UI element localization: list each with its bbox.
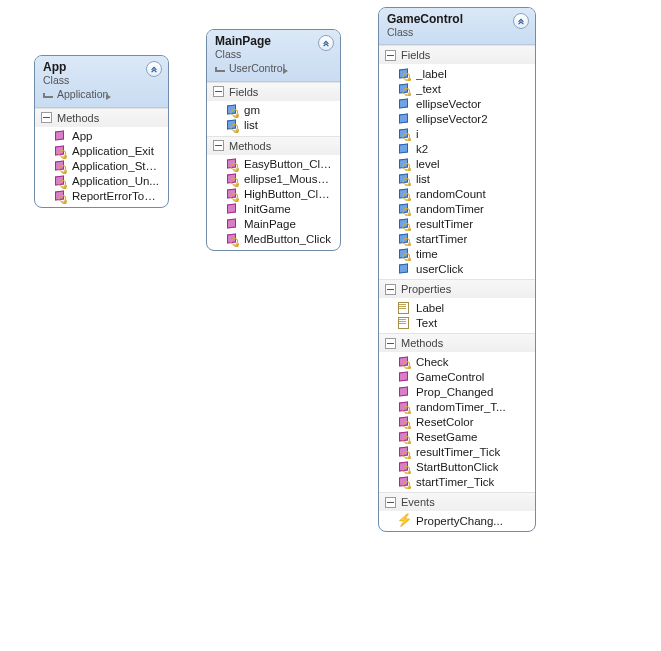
member-item[interactable]: Application_Un...: [35, 174, 168, 189]
member-item[interactable]: _label: [379, 66, 535, 81]
member-item[interactable]: GameControl: [379, 369, 535, 384]
section-label: Fields: [229, 86, 258, 98]
member-item[interactable]: gm: [207, 103, 340, 118]
member-item[interactable]: startTimer: [379, 231, 535, 246]
section-label: Properties: [401, 283, 451, 295]
member-item[interactable]: StartButtonClick: [379, 459, 535, 474]
member-item[interactable]: randomTimer: [379, 201, 535, 216]
method-icon: [397, 446, 411, 458]
class-box-gamecontrol[interactable]: GameControlClassFields_label_textellipse…: [378, 7, 536, 532]
member-item[interactable]: ellipseVector2: [379, 111, 535, 126]
member-item[interactable]: ellipseVector: [379, 96, 535, 111]
member-label: resultTimer_Tick: [416, 446, 500, 458]
member-label: gm: [244, 104, 260, 116]
member-label: resultTimer: [416, 218, 473, 230]
class-box-mainpage[interactable]: MainPageClassUserControlFieldsgmlistMeth…: [206, 29, 341, 251]
event-icon: [397, 515, 411, 527]
member-item[interactable]: time: [379, 246, 535, 261]
member-item[interactable]: Application_Sta...: [35, 159, 168, 174]
member-item[interactable]: Label: [379, 300, 535, 315]
member-item[interactable]: randomTimer_T...: [379, 399, 535, 414]
section-label: Methods: [401, 337, 443, 349]
member-label: ellipseVector2: [416, 113, 488, 125]
field-icon: [397, 263, 411, 275]
member-item[interactable]: Prop_Changed: [379, 384, 535, 399]
collapse-minus-icon[interactable]: [385, 50, 396, 61]
class-subtitle: Class: [43, 74, 162, 87]
member-item[interactable]: App: [35, 129, 168, 144]
field-icon: [397, 128, 411, 140]
section-header[interactable]: Fields: [207, 82, 340, 101]
field-icon: [397, 233, 411, 245]
section-header[interactable]: Methods: [35, 108, 168, 127]
collapse-chevron-icon[interactable]: [318, 35, 334, 51]
member-item[interactable]: resultTimer_Tick: [379, 444, 535, 459]
section-header[interactable]: Methods: [379, 333, 535, 352]
member-item[interactable]: list: [379, 171, 535, 186]
member-label: App: [72, 130, 92, 142]
member-item[interactable]: ResetColor: [379, 414, 535, 429]
section-header[interactable]: Methods: [207, 136, 340, 155]
class-header[interactable]: AppClassApplication: [35, 56, 168, 108]
member-item[interactable]: MedButton_Click: [207, 232, 340, 247]
method-icon: [397, 386, 411, 398]
collapse-minus-icon[interactable]: [385, 338, 396, 349]
member-item[interactable]: list: [207, 118, 340, 133]
prop-icon: [397, 302, 411, 314]
class-header[interactable]: GameControlClass: [379, 8, 535, 45]
collapse-minus-icon[interactable]: [213, 140, 224, 151]
member-item[interactable]: Application_Exit: [35, 144, 168, 159]
collapse-minus-icon[interactable]: [41, 112, 52, 123]
collapse-chevron-icon[interactable]: [513, 13, 529, 29]
member-label: startTimer: [416, 233, 467, 245]
member-item[interactable]: ReportErrorToD...: [35, 189, 168, 204]
class-inherits: UserControl: [215, 61, 334, 76]
collapse-chevron-icon[interactable]: [146, 61, 162, 77]
member-item[interactable]: k2: [379, 141, 535, 156]
collapse-minus-icon[interactable]: [213, 86, 224, 97]
member-item[interactable]: PropertyChang...: [379, 513, 535, 528]
class-header[interactable]: MainPageClassUserControl: [207, 30, 340, 82]
member-item[interactable]: level: [379, 156, 535, 171]
section-items: LabelText: [379, 298, 535, 333]
member-label: i: [416, 128, 419, 140]
member-label: Application_Exit: [72, 145, 154, 157]
section-items: AppApplication_ExitApplication_Sta...App…: [35, 127, 168, 207]
member-item[interactable]: startTimer_Tick: [379, 474, 535, 489]
member-item[interactable]: _text: [379, 81, 535, 96]
section-header[interactable]: Fields: [379, 45, 535, 64]
method-icon: [397, 431, 411, 443]
member-item[interactable]: resultTimer: [379, 216, 535, 231]
method-icon: [53, 190, 67, 202]
method-icon: [397, 401, 411, 413]
member-label: PropertyChang...: [416, 515, 503, 527]
section-label: Methods: [57, 112, 99, 124]
class-title: GameControl: [387, 12, 529, 26]
collapse-minus-icon[interactable]: [385, 284, 396, 295]
collapse-minus-icon[interactable]: [385, 497, 396, 508]
section-header[interactable]: Events: [379, 492, 535, 511]
member-label: level: [416, 158, 440, 170]
class-box-app[interactable]: AppClassApplicationMethodsAppApplication…: [34, 55, 169, 208]
member-item[interactable]: ResetGame: [379, 429, 535, 444]
member-item[interactable]: i: [379, 126, 535, 141]
member-label: MainPage: [244, 218, 296, 230]
class-inherits: Application: [43, 87, 162, 102]
field-icon: [225, 119, 239, 131]
member-item[interactable]: Check: [379, 354, 535, 369]
prop-icon: [397, 317, 411, 329]
member-item[interactable]: randomCount: [379, 186, 535, 201]
member-item[interactable]: Text: [379, 315, 535, 330]
method-icon: [397, 416, 411, 428]
member-item[interactable]: HighButton_Click: [207, 187, 340, 202]
section-items: gmlist: [207, 101, 340, 136]
section-header[interactable]: Properties: [379, 279, 535, 298]
member-item[interactable]: EasyButton_Click: [207, 157, 340, 172]
member-label: GameControl: [416, 371, 484, 383]
member-item[interactable]: MainPage: [207, 217, 340, 232]
member-item[interactable]: InitGame: [207, 202, 340, 217]
class-subtitle: Class: [215, 48, 334, 61]
member-item[interactable]: ellipse1_Mouse...: [207, 172, 340, 187]
member-item[interactable]: userClick: [379, 261, 535, 276]
field-icon: [225, 104, 239, 116]
